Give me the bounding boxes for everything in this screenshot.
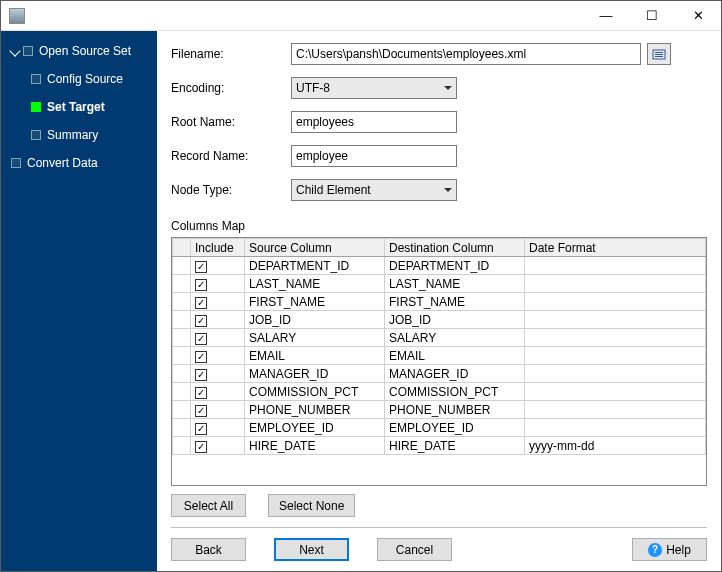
include-checkbox[interactable]: ✓ (195, 405, 207, 417)
destination-column-cell[interactable]: COMMISSION_PCT (385, 383, 525, 401)
date-format-cell[interactable]: yyyy-mm-dd (525, 437, 706, 455)
include-cell[interactable]: ✓ (191, 311, 245, 329)
back-button[interactable]: Back (171, 538, 246, 561)
include-checkbox[interactable]: ✓ (195, 387, 207, 399)
include-checkbox[interactable]: ✓ (195, 279, 207, 291)
destination-column-cell[interactable]: MANAGER_ID (385, 365, 525, 383)
include-checkbox[interactable]: ✓ (195, 423, 207, 435)
source-column-cell[interactable]: FIRST_NAME (245, 293, 385, 311)
table-row[interactable]: ✓EMPLOYEE_IDEMPLOYEE_ID (173, 419, 706, 437)
include-cell[interactable]: ✓ (191, 347, 245, 365)
table-row[interactable]: ✓SALARYSALARY (173, 329, 706, 347)
source-column-cell[interactable]: JOB_ID (245, 311, 385, 329)
sidebar-item-config-source[interactable]: Config Source (1, 65, 157, 93)
sidebar-item-summary[interactable]: Summary (1, 121, 157, 149)
destination-column-cell[interactable]: FIRST_NAME (385, 293, 525, 311)
destination-column-cell[interactable]: LAST_NAME (385, 275, 525, 293)
destination-column-cell[interactable]: DEPARTMENT_ID (385, 257, 525, 275)
destination-column-cell[interactable]: JOB_ID (385, 311, 525, 329)
destination-column-cell[interactable]: EMAIL (385, 347, 525, 365)
include-checkbox[interactable]: ✓ (195, 315, 207, 327)
include-cell[interactable]: ✓ (191, 257, 245, 275)
include-cell[interactable]: ✓ (191, 401, 245, 419)
row-handle[interactable] (173, 275, 191, 293)
include-cell[interactable]: ✓ (191, 293, 245, 311)
grid-header-source[interactable]: Source Column (245, 239, 385, 257)
row-handle[interactable] (173, 347, 191, 365)
sidebar-item-set-target[interactable]: Set Target (1, 93, 157, 121)
date-format-cell[interactable] (525, 347, 706, 365)
include-checkbox[interactable]: ✓ (195, 369, 207, 381)
source-column-cell[interactable]: COMMISSION_PCT (245, 383, 385, 401)
include-checkbox[interactable]: ✓ (195, 297, 207, 309)
row-handle[interactable] (173, 329, 191, 347)
cancel-button[interactable]: Cancel (377, 538, 452, 561)
row-handle[interactable] (173, 419, 191, 437)
table-row[interactable]: ✓DEPARTMENT_IDDEPARTMENT_ID (173, 257, 706, 275)
include-checkbox[interactable]: ✓ (195, 441, 207, 453)
date-format-cell[interactable] (525, 293, 706, 311)
destination-column-cell[interactable]: EMPLOYEE_ID (385, 419, 525, 437)
include-cell[interactable]: ✓ (191, 365, 245, 383)
source-column-cell[interactable]: EMPLOYEE_ID (245, 419, 385, 437)
date-format-cell[interactable] (525, 275, 706, 293)
source-column-cell[interactable]: MANAGER_ID (245, 365, 385, 383)
sidebar-item-convert-data[interactable]: Convert Data (1, 149, 157, 177)
date-format-cell[interactable] (525, 365, 706, 383)
include-cell[interactable]: ✓ (191, 329, 245, 347)
include-checkbox[interactable]: ✓ (195, 261, 207, 273)
include-checkbox[interactable]: ✓ (195, 333, 207, 345)
table-row[interactable]: ✓HIRE_DATEHIRE_DATEyyyy-mm-dd (173, 437, 706, 455)
sidebar-item-open-source-set[interactable]: Open Source Set (1, 37, 157, 65)
grid-header-include[interactable]: Include (191, 239, 245, 257)
node-type-combo[interactable]: Child Element (291, 179, 457, 201)
include-cell[interactable]: ✓ (191, 275, 245, 293)
grid-header-destination[interactable]: Destination Column (385, 239, 525, 257)
table-row[interactable]: ✓PHONE_NUMBERPHONE_NUMBER (173, 401, 706, 419)
include-checkbox[interactable]: ✓ (195, 351, 207, 363)
select-all-button[interactable]: Select All (171, 494, 246, 517)
row-handle[interactable] (173, 401, 191, 419)
include-cell[interactable]: ✓ (191, 437, 245, 455)
include-cell[interactable]: ✓ (191, 419, 245, 437)
source-column-cell[interactable]: PHONE_NUMBER (245, 401, 385, 419)
date-format-cell[interactable] (525, 257, 706, 275)
maximize-button[interactable]: ☐ (629, 1, 675, 30)
browse-button[interactable] (647, 43, 671, 65)
table-row[interactable]: ✓FIRST_NAMEFIRST_NAME (173, 293, 706, 311)
table-row[interactable]: ✓JOB_IDJOB_ID (173, 311, 706, 329)
row-handle[interactable] (173, 365, 191, 383)
date-format-cell[interactable] (525, 311, 706, 329)
destination-column-cell[interactable]: HIRE_DATE (385, 437, 525, 455)
table-row[interactable]: ✓COMMISSION_PCTCOMMISSION_PCT (173, 383, 706, 401)
table-row[interactable]: ✓LAST_NAMELAST_NAME (173, 275, 706, 293)
help-button[interactable]: ? Help (632, 538, 707, 561)
table-row[interactable]: ✓MANAGER_IDMANAGER_ID (173, 365, 706, 383)
date-format-cell[interactable] (525, 401, 706, 419)
root-name-input[interactable] (291, 111, 457, 133)
include-cell[interactable]: ✓ (191, 383, 245, 401)
encoding-combo[interactable]: UTF-8 (291, 77, 457, 99)
record-name-input[interactable] (291, 145, 457, 167)
close-button[interactable]: ✕ (675, 1, 721, 30)
source-column-cell[interactable]: DEPARTMENT_ID (245, 257, 385, 275)
select-none-button[interactable]: Select None (268, 494, 355, 517)
minimize-button[interactable]: — (583, 1, 629, 30)
next-button[interactable]: Next (274, 538, 349, 561)
row-handle[interactable] (173, 293, 191, 311)
row-handle[interactable] (173, 311, 191, 329)
date-format-cell[interactable] (525, 383, 706, 401)
grid-header-date-format[interactable]: Date Format (525, 239, 706, 257)
source-column-cell[interactable]: EMAIL (245, 347, 385, 365)
row-handle[interactable] (173, 257, 191, 275)
row-handle[interactable] (173, 437, 191, 455)
table-row[interactable]: ✓EMAILEMAIL (173, 347, 706, 365)
source-column-cell[interactable]: HIRE_DATE (245, 437, 385, 455)
destination-column-cell[interactable]: PHONE_NUMBER (385, 401, 525, 419)
source-column-cell[interactable]: SALARY (245, 329, 385, 347)
date-format-cell[interactable] (525, 419, 706, 437)
date-format-cell[interactable] (525, 329, 706, 347)
row-handle[interactable] (173, 383, 191, 401)
filename-input[interactable] (291, 43, 641, 65)
destination-column-cell[interactable]: SALARY (385, 329, 525, 347)
